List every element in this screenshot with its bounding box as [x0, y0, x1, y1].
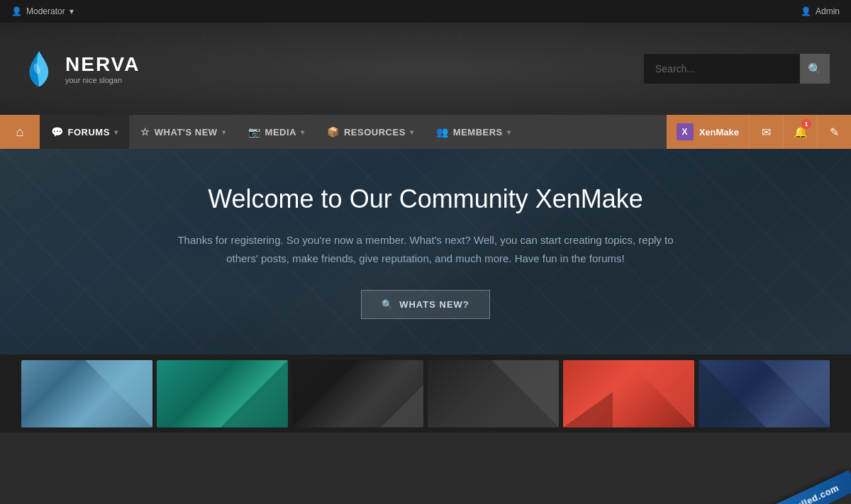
nav-items: 💬 FORUMS ▾ ☆ WHAT'S NEW ▾ 📷 MEDIA ▾ 📦 RE… [40, 115, 667, 149]
thumbnail-6[interactable] [699, 360, 830, 427]
resources-label: RESOURCES [344, 127, 406, 138]
nav-bell-button[interactable]: 🔔 1 [783, 115, 817, 149]
notification-badge: 1 [801, 119, 811, 129]
members-label: MEMBERS [453, 127, 503, 138]
logo[interactable]: NERVA your nice slogan [21, 47, 140, 90]
forums-chevron: ▾ [114, 128, 118, 136]
admin-bar: 👤 Moderator ▾ 👤 Admin [0, 0, 851, 23]
avatar: X [677, 123, 694, 140]
admin-icon: 👤 [801, 6, 811, 16]
nav-edit-button[interactable]: ✎ [817, 115, 851, 149]
whats-new-btn-label: WHATS NEW? [399, 299, 469, 310]
logo-text: NERVA your nice slogan [65, 53, 140, 84]
whats-new-icon: ☆ [140, 126, 150, 138]
members-chevron: ▾ [507, 128, 511, 136]
home-icon: ⌂ [16, 125, 24, 140]
moderator-label: Moderator [26, 6, 65, 16]
brand-slogan: your nice slogan [65, 76, 140, 84]
hero-section: Welcome to Our Community XenMake Thanks … [0, 149, 851, 354]
thumbnail-2[interactable] [157, 360, 288, 427]
edit-icon: ✎ [830, 125, 839, 139]
hero-title: Welcome to Our Community XenMake [208, 184, 643, 214]
moderator-link[interactable]: 👤 Moderator ▾ [11, 6, 74, 16]
whats-new-button[interactable]: 🔍 WHATS NEW? [361, 290, 490, 319]
search-input[interactable] [644, 54, 800, 84]
admin-label: Admin [816, 6, 840, 16]
nav-item-forums[interactable]: 💬 FORUMS ▾ [40, 115, 129, 149]
mail-icon: ✉ [762, 125, 771, 139]
thumbnail-row [0, 354, 851, 432]
moderator-icon: 👤 [11, 6, 22, 16]
thumbnail-4[interactable] [428, 360, 559, 427]
nav-mail-button[interactable]: ✉ [749, 115, 783, 149]
resources-icon: 📦 [327, 126, 340, 138]
watermark: LoveNulled.com [755, 470, 851, 504]
whats-new-btn-icon: 🔍 [382, 299, 394, 310]
admin-link[interactable]: 👤 Admin [801, 6, 840, 16]
nav-item-resources[interactable]: 📦 RESOURCES ▾ [316, 115, 425, 149]
search-button[interactable]: 🔍 [800, 54, 830, 84]
hero-description: Thanks for registering. So you're now a … [177, 231, 674, 267]
nav-item-whats-new[interactable]: ☆ WHAT'S NEW ▾ [129, 115, 237, 149]
thumbnail-1[interactable] [21, 360, 152, 427]
resources-chevron: ▾ [410, 128, 414, 136]
nav-user-button[interactable]: X XenMake [667, 115, 749, 149]
media-label: MEDIA [265, 127, 296, 138]
forums-icon: 💬 [51, 126, 64, 138]
media-chevron: ▾ [301, 128, 305, 136]
main-nav: ⌂ 💬 FORUMS ▾ ☆ WHAT'S NEW ▾ 📷 MEDIA ▾ 📦 … [0, 115, 851, 149]
search-area: 🔍 [644, 54, 830, 84]
members-icon: 👥 [436, 126, 449, 138]
whats-new-label: WHAT'S NEW [155, 127, 218, 138]
media-icon: 📷 [248, 126, 261, 138]
thumbnail-5[interactable] [563, 360, 694, 427]
username-label: XenMake [699, 127, 739, 138]
nav-item-media[interactable]: 📷 MEDIA ▾ [237, 115, 316, 149]
thumbnail-3[interactable] [292, 360, 423, 427]
nav-right: X XenMake ✉ 🔔 1 ✎ [667, 115, 851, 149]
nav-home-button[interactable]: ⌂ [0, 115, 40, 149]
nav-item-members[interactable]: 👥 MEMBERS ▾ [425, 115, 522, 149]
logo-icon [21, 47, 57, 90]
whats-new-chevron: ▾ [222, 128, 226, 136]
site-header: NERVA your nice slogan 🔍 [0, 23, 851, 115]
forums-label: FORUMS [68, 127, 110, 138]
search-icon: 🔍 [808, 62, 822, 76]
brand-name: NERVA [65, 53, 140, 76]
moderator-chevron: ▾ [69, 6, 74, 16]
